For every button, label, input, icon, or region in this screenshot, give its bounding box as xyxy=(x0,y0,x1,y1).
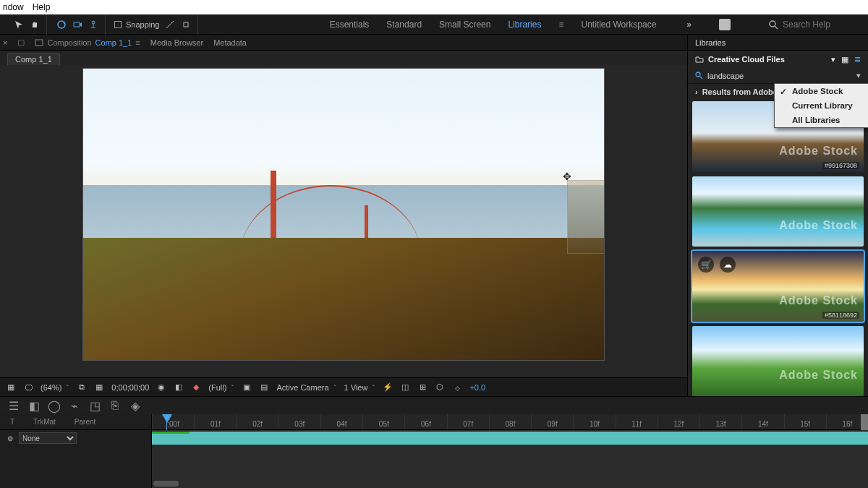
cc-files-dropdown-icon[interactable]: ▾ xyxy=(831,55,835,64)
col-t[interactable]: T xyxy=(10,418,14,426)
view-count-dropdown[interactable]: 1 View xyxy=(344,383,376,392)
menu-help[interactable]: Help xyxy=(33,2,51,12)
shy-toggle-icon[interactable]: ☰ xyxy=(9,401,19,411)
libraries-panel-title[interactable]: Libraries xyxy=(688,35,868,51)
flowchart-tab[interactable]: Comp 1_1 xyxy=(7,53,60,65)
time-tick[interactable]: 06f xyxy=(404,414,446,429)
stock-thumb-2[interactable]: Adobe Stock xyxy=(692,176,864,247)
motion-blur-icon[interactable]: ◯ xyxy=(49,401,59,411)
graph-editor-icon[interactable]: ⌁ xyxy=(69,401,80,411)
roi-icon[interactable]: ▣ xyxy=(242,382,252,393)
workspace-overflow-icon[interactable]: » xyxy=(686,20,692,30)
time-tick[interactable]: 12f xyxy=(658,414,699,429)
time-tick[interactable]: 16f xyxy=(826,414,868,429)
menu-window[interactable]: ndow xyxy=(3,2,24,12)
draft-3d-icon[interactable]: ◳ xyxy=(90,401,100,411)
popup-all-libraries[interactable]: All Libraries xyxy=(775,113,868,127)
lib-search-filter-icon[interactable]: ▾ xyxy=(856,71,861,80)
snapshot-icon[interactable]: ◉ xyxy=(156,382,166,393)
snapping-checkbox[interactable] xyxy=(114,21,122,28)
panel-lock-icon[interactable]: ▢ xyxy=(17,38,25,47)
results-source-row[interactable]: › Results from Adobe Adobe Stock Current… xyxy=(688,84,868,100)
camera-tool-icon[interactable] xyxy=(72,19,83,30)
svg-rect-3 xyxy=(184,22,188,27)
res-toggle-icon[interactable]: ⧉ xyxy=(77,382,87,393)
time-tick[interactable]: 09f xyxy=(531,414,573,429)
marker-icon[interactable]: ◈ xyxy=(130,401,140,411)
popup-current-library[interactable]: Current Library xyxy=(775,98,868,113)
fast-preview-icon[interactable]: ⚡ xyxy=(383,382,393,393)
workspace-standard[interactable]: Standard xyxy=(386,20,422,30)
download-icon[interactable]: ☁ xyxy=(720,257,736,273)
time-tick[interactable]: 15f xyxy=(784,414,826,429)
parent-pickwhip-icon[interactable]: ⊚ xyxy=(7,435,13,442)
time-tick[interactable]: 02f xyxy=(236,414,278,429)
camera-dropdown[interactable]: Active Camera xyxy=(276,383,336,392)
workspace-libraries[interactable]: Libraries xyxy=(508,20,541,30)
layer-row[interactable]: ⊚ None xyxy=(0,430,151,446)
flowchart-icon[interactable]: ⊞ xyxy=(417,382,427,393)
timeline-tracks[interactable]: :00f01f02f03f04f05f06f07f08f09f10f11f12f… xyxy=(152,414,868,488)
popup-adobe-stock[interactable]: Adobe Stock xyxy=(775,84,868,98)
workspace-libraries-menu-icon[interactable]: ≡ xyxy=(558,20,563,30)
time-tick[interactable]: 04f xyxy=(320,414,362,429)
transparency-grid-icon[interactable]: ▦ xyxy=(94,382,104,393)
render-queue-icon[interactable]: ⬡ xyxy=(435,382,445,393)
time-tick[interactable]: 05f xyxy=(362,414,404,429)
snap-opt1-icon[interactable] xyxy=(164,19,176,30)
tab-metadata[interactable]: Metadata xyxy=(213,38,247,47)
help-search-input[interactable] xyxy=(783,20,862,30)
resolution-dropdown[interactable]: (Full) xyxy=(208,383,234,392)
grid-guides-icon[interactable]: ▤ xyxy=(259,382,269,393)
stock-thumb-3-selected[interactable]: 🛒 ☁ Adobe Stock #58118692 xyxy=(692,251,864,322)
time-tick[interactable]: 13f xyxy=(699,414,741,429)
time-tick[interactable]: 14f xyxy=(741,414,783,429)
timeline-link-icon[interactable]: ◫ xyxy=(400,382,410,393)
cart-icon[interactable]: 🛒 xyxy=(698,257,714,273)
color-mgmt-icon[interactable]: ◆ xyxy=(191,382,201,393)
cc-files-label[interactable]: Creative Cloud Files xyxy=(708,55,785,64)
col-parent[interactable]: Parent xyxy=(75,418,95,426)
time-tick[interactable]: 10f xyxy=(573,414,615,429)
zoom-dropdown[interactable]: (64%) xyxy=(41,383,69,392)
frame-blend-icon[interactable]: ◧ xyxy=(29,401,39,411)
hand-tool-icon[interactable] xyxy=(29,19,41,30)
drag-drop-preview xyxy=(568,181,605,253)
lib-search-input[interactable] xyxy=(707,72,852,80)
exposure-reset-icon[interactable]: ☼ xyxy=(452,382,462,393)
stock-thumb-4[interactable]: Adobe Stock xyxy=(692,326,864,397)
time-tick[interactable]: 11f xyxy=(616,414,658,429)
show-channel-icon[interactable]: ◧ xyxy=(174,382,184,393)
anchor-tool-icon[interactable] xyxy=(88,19,99,30)
alpha-toggle-icon[interactable]: ▦ xyxy=(6,382,16,393)
rotate-tool-icon[interactable] xyxy=(56,19,67,30)
preview-monitor-icon[interactable]: 🖵 xyxy=(23,382,33,393)
time-tick[interactable]: 08f xyxy=(489,414,531,429)
link-icon[interactable]: ⎘ xyxy=(110,401,120,411)
time-tick[interactable]: 01f xyxy=(194,414,236,429)
view-grid-icon[interactable]: ▦ xyxy=(841,55,848,64)
time-tick[interactable]: :00f xyxy=(152,414,194,429)
parent-dropdown[interactable]: None xyxy=(19,432,77,444)
composition-canvas[interactable]: ✥ xyxy=(82,68,605,361)
composition-viewer[interactable]: ✥ xyxy=(0,65,687,377)
time-tick[interactable]: 07f xyxy=(447,414,489,429)
workspace-untitled[interactable]: Untitled Workspace xyxy=(581,20,656,30)
view-list-icon[interactable]: ≣ xyxy=(854,55,861,64)
snap-opt2-icon[interactable] xyxy=(180,19,192,30)
tab-media-browser[interactable]: Media Browser xyxy=(150,38,203,47)
workspace-small-screen[interactable]: Small Screen xyxy=(439,20,490,30)
time-tick[interactable]: 03f xyxy=(278,414,320,429)
layer-duration-bar[interactable] xyxy=(152,432,868,445)
workspace-reset-icon[interactable] xyxy=(719,19,731,30)
timeline-zoom-scroll[interactable] xyxy=(153,481,179,487)
exposure-value[interactable]: +0.0 xyxy=(469,383,485,392)
close-panel-icon[interactable]: × xyxy=(3,38,7,47)
col-trkmat[interactable]: TrkMat xyxy=(33,418,56,426)
composition-menu-icon[interactable]: ≡ xyxy=(135,38,140,47)
selection-tool-icon[interactable] xyxy=(13,19,25,30)
current-timecode[interactable]: 0;00;00;00 xyxy=(111,383,149,392)
workspace-essentials[interactable]: Essentials xyxy=(330,20,370,30)
composition-name-link[interactable]: Comp 1_1 xyxy=(95,38,132,47)
time-ruler[interactable]: :00f01f02f03f04f05f06f07f08f09f10f11f12f… xyxy=(152,414,868,430)
